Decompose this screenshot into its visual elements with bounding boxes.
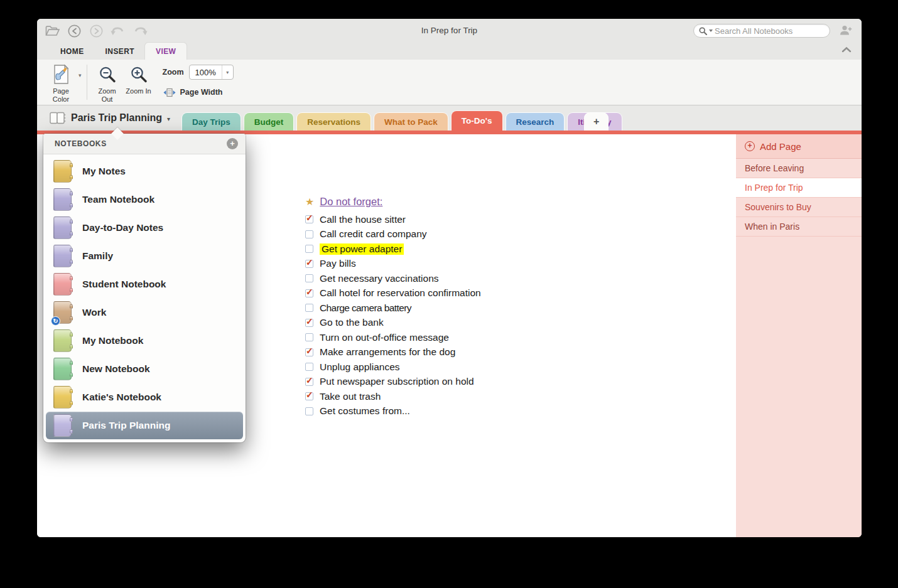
notebook-list-item[interactable]: ↻ Student Notebook [43,270,246,298]
todo-row: ✓ Call the house sitter [305,212,481,227]
page-width-button[interactable]: Page Width [163,85,234,100]
section-tab[interactable]: Reservations [296,112,371,131]
notebook-ring-icon [70,220,73,224]
open-folder-icon[interactable] [45,24,60,38]
todo-text[interactable]: Get necessary vaccinations [320,273,439,284]
notebook-list-item[interactable]: ↻ Team Notebook [43,185,246,213]
notebook-list-item[interactable]: ↻ Work [43,298,246,326]
sidebar-page-item[interactable]: When in Paris [736,217,862,237]
todo-checkbox[interactable]: ✓ [305,289,313,297]
todo-text[interactable]: Go to the bank [320,317,384,328]
todo-row: ✓ Make arrangements for the dog [305,345,481,360]
todo-checkbox[interactable]: ✓ [305,274,313,282]
notebook-list-item[interactable]: ↻ New Notebook [43,355,246,383]
add-notebook-button[interactable]: + [227,138,238,149]
todo-row: ✓ Pay bills [305,257,481,272]
todo-text[interactable]: Pay bills [320,258,356,269]
notebook-book-icon [50,112,66,124]
todo-text[interactable]: Call credit card company [320,228,427,240]
section-tab[interactable]: Research [506,112,565,131]
forward-icon[interactable] [89,24,104,38]
notebook-list-item[interactable]: ↻ Paris Trip Planning [46,412,243,439]
share-people-icon[interactable] [839,24,853,36]
section-tabs: Day Trips Budget Reservations What to Pa… [179,110,622,131]
todo-text[interactable]: Put newspaper subscription on hold [320,376,474,387]
ribbon-tab[interactable]: INSERT [95,43,145,60]
todo-checkbox[interactable]: ✓ [305,392,313,400]
notebook-item-label: Day-to-Day Notes [82,222,163,233]
todo-text[interactable]: Call the house sitter [320,214,406,225]
notebook-icon: ↻ [53,160,72,183]
page-color-label: Page Color [46,87,75,103]
todo-text[interactable]: Call hotel for reservation confirmation [320,287,481,299]
search-input[interactable] [715,26,815,36]
todo-text[interactable]: Get power adapter [320,243,404,255]
notebook-ring-icon [70,389,73,393]
todo-checkbox[interactable]: ✓ [305,407,313,415]
notebook-icon: ↻ [53,188,72,211]
notebook-icon: ↻ [53,273,72,296]
todo-text[interactable]: Turn on out-of-office message [320,332,449,343]
notebook-icon: ↻ [53,414,72,437]
zoom-level-select[interactable]: 100% ▾ [189,65,234,80]
desktop: { "icons": { "caret_down": "▾", "star": … [0,0,898,588]
zoom-out-button[interactable]: Zoom Out [92,63,122,105]
sidebar-page-item[interactable]: Before Leaving [736,159,862,178]
search-scope-caret-icon[interactable] [709,29,713,32]
zoom-level-caret-icon[interactable]: ▾ [222,65,233,80]
notebook-list-item[interactable]: ↻ My Notes [43,157,246,185]
notebook-ring-icon [70,373,73,377]
section-tab[interactable]: To-Do's [451,110,503,131]
checkmark-icon: ✓ [306,375,313,385]
undo-icon[interactable] [111,24,126,38]
section-tab[interactable]: Budget [244,112,295,131]
notebook-ring-icon [70,175,73,179]
redo-icon[interactable] [133,24,148,38]
zoom-in-label: Zoom In [124,87,153,95]
todo-row: ✓ Charge camera battery [305,301,481,316]
notebook-list-item[interactable]: ↻ Katie's Notebook [43,383,246,411]
todo-checkbox[interactable]: ✓ [305,348,313,356]
notebook-icon: ↻ [53,358,72,380]
notebook-ring-icon [70,417,73,422]
back-icon[interactable] [67,24,82,38]
notebook-list-item[interactable]: ↻ Family [43,242,246,270]
note-heading[interactable]: Do not forget: [320,196,382,208]
notebook-list-item[interactable]: ↻ My Notebook [43,326,246,355]
ribbon-tab[interactable]: VIEW [145,43,187,60]
todo-checkbox[interactable]: ✓ [305,245,313,253]
todo-checkbox[interactable]: ✓ [305,304,313,312]
notebook-switcher[interactable]: Paris Trip Planning ▾ [50,112,170,124]
notebook-ring-icon [70,333,73,337]
todo-checkbox[interactable]: ✓ [305,378,313,386]
todo-checkbox[interactable]: ✓ [305,333,313,341]
collapse-ribbon-icon[interactable] [841,46,852,54]
sidebar-page-item[interactable]: In Prep for Trip [736,178,862,198]
search-box[interactable] [693,24,830,38]
page-width-icon [163,88,176,97]
todo-row: ✓ Take out trash [305,389,481,404]
ribbon-tab[interactable]: HOME [50,43,95,60]
section-tab[interactable]: Day Trips [181,112,241,131]
todo-checkbox[interactable]: ✓ [305,319,313,327]
todo-checkbox[interactable]: ✓ [305,363,313,371]
zoom-in-button[interactable]: Zoom In [124,63,154,105]
todo-text[interactable]: Take out trash [320,391,381,402]
add-page-label: Add Page [760,141,801,152]
todo-text[interactable]: Make arrangements for the dog [320,346,455,358]
sidebar-page-item[interactable]: Souvenirs to Buy [736,198,862,217]
todo-text[interactable]: Unplug appliances [320,361,400,373]
page-color-button[interactable]: Page Color [43,63,78,105]
add-page-button[interactable]: + Add Page [736,134,862,159]
add-section-button[interactable]: + [584,112,609,131]
todo-text[interactable]: Charge camera battery [320,302,411,314]
todo-checkbox[interactable]: ✓ [305,260,313,268]
page-color-caret-icon[interactable]: ▾ [78,72,82,105]
todo-checkbox[interactable]: ✓ [305,215,313,223]
todo-checkbox[interactable]: ✓ [305,230,313,238]
notebook-list-item[interactable]: ↻ Day-to-Day Notes [43,213,246,242]
section-tab[interactable]: What to Pack [374,112,448,131]
todo-text[interactable]: Get costumes from... [320,405,410,417]
todo-row: ✓ Turn on out-of-office message [305,330,481,345]
zoom-in-icon [130,63,148,86]
